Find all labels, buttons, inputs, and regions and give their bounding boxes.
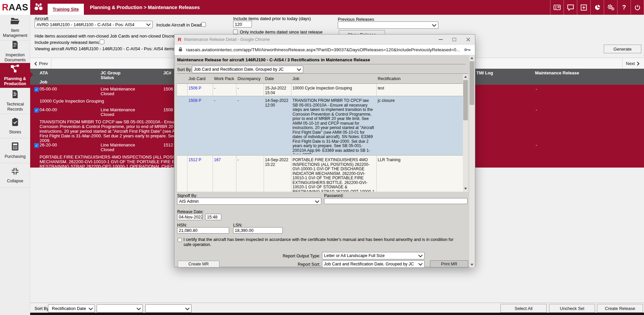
job-card-link[interactable]: 1508 P xyxy=(187,99,213,103)
uncheck-sel-button[interactable]: Uncheck Sel xyxy=(549,304,595,313)
maximize-button[interactable] xyxy=(447,35,461,45)
col-maintenance-release: Maintenance Release xyxy=(535,70,579,75)
cell-work-pack: - xyxy=(213,99,236,103)
tab-training-site[interactable]: Training Site xyxy=(48,4,84,15)
lsn-input[interactable]: 18,390.00 xyxy=(233,227,283,234)
row-checkbox[interactable]: ✓ xyxy=(34,87,39,92)
include-dead-checkbox[interactable] xyxy=(201,22,206,27)
work-pack-link[interactable]: 167 xyxy=(213,158,236,163)
top-icon-strip: ? xyxy=(550,0,644,15)
scrollbar-thumb[interactable] xyxy=(470,61,474,105)
prev-button[interactable]: Prev xyxy=(30,58,51,69)
create-release-button[interactable]: Create Release xyxy=(597,304,643,313)
cell-ata: 04-00-00 xyxy=(40,107,57,112)
rectification-row[interactable]: 1508 P - - 14-Sep-202212:00 TRANSITION F… xyxy=(177,96,463,155)
dialog-sort-by-label: Sort By: xyxy=(177,67,192,72)
bottom-sort-select[interactable]: Rectification Date xyxy=(48,304,95,313)
cell-rectification: LLR Training xyxy=(376,158,462,163)
sidebar-item-label: Stores xyxy=(9,130,21,135)
signoff-by-select[interactable]: AIS Admin xyxy=(177,198,321,205)
raas-logo[interactable]: RAAS xyxy=(0,0,30,15)
rectification-row[interactable]: 1506 P - - 15-Jul-202215:04 10000 Cycle … xyxy=(177,84,463,96)
help-icon[interactable]: ? xyxy=(617,0,631,15)
cell-job: PORTABLE FIRE EXTINGUISHERS 4MO INSPECTI… xyxy=(291,158,376,192)
dialog-heading: Maintenance Release for aircraft 146RJ10… xyxy=(177,57,370,62)
include-previously-label: Include previously released items xyxy=(35,40,99,45)
address-bar[interactable]: raasais.aviationintertec.com/app/TMI/Air… xyxy=(174,45,475,55)
add-square-icon[interactable] xyxy=(577,0,590,15)
settings-gears-icon[interactable] xyxy=(604,0,617,15)
raas-logo-text: RAAS xyxy=(2,2,29,13)
job-card-link[interactable]: 1512 P xyxy=(187,158,213,163)
select-all-button[interactable]: Select All xyxy=(500,304,547,313)
job-card-link[interactable]: 1506 P xyxy=(187,86,213,91)
close-button[interactable] xyxy=(461,35,475,45)
create-mr-button[interactable]: Create MR xyxy=(178,261,219,267)
sidebar-item-item-management[interactable]: Item Management xyxy=(0,15,30,41)
chrome-favicon-r-icon: R xyxy=(178,37,181,42)
next-button[interactable]: Next xyxy=(622,58,644,69)
cell-ata: 26-20-00 xyxy=(40,142,57,147)
scroll-down-icon[interactable] xyxy=(469,262,475,267)
top-bar: RAAS Training Site Planning & Production… xyxy=(0,0,644,15)
breadcrumb: Planning & Production > Maintenance Rele… xyxy=(90,5,200,10)
print-mr-button[interactable]: Print MR xyxy=(430,260,468,267)
generate-button[interactable]: Generate xyxy=(604,45,641,53)
pie-chart-icon[interactable] xyxy=(590,0,604,15)
table-scrollbar[interactable] xyxy=(463,74,468,191)
sidebar-item-purchasing[interactable]: Purchasing xyxy=(0,138,30,163)
certify-text: I certify that the aircraft has been ins… xyxy=(183,237,461,247)
col-jc-group: JC Group xyxy=(101,70,120,75)
aircraft-select[interactable]: AVRO 146RJ100 - 146RJ100 - C-AIS4 - Pos:… xyxy=(35,21,153,28)
lock-icon xyxy=(178,47,182,53)
cell-jc-group: Line Maintenance xyxy=(101,86,135,91)
sidebar-item-collapse[interactable]: Collapse xyxy=(0,163,30,188)
since-last-release-checkbox[interactable] xyxy=(233,29,238,34)
row-checkbox[interactable]: ✓ xyxy=(34,108,39,113)
release-date-input[interactable]: 04-Nov-2022 xyxy=(177,214,203,220)
cell-discrepancy: - xyxy=(236,86,264,91)
scrollbar-thumb[interactable] xyxy=(463,80,468,120)
sidebar-item-inspection-documents[interactable]: Inspection Documents xyxy=(0,41,30,63)
sidebar-item-label: Item Management xyxy=(0,28,30,38)
chat-icon[interactable] xyxy=(564,0,577,15)
scroll-down-icon[interactable] xyxy=(463,186,468,191)
days-prior-label: Include items dated prior to today (days… xyxy=(233,16,311,21)
release-time-input[interactable]: 15:48 xyxy=(205,214,221,220)
report-output-type-select[interactable]: Letter or A4 Landscape Full Size xyxy=(322,252,425,259)
scroll-up-icon[interactable] xyxy=(469,55,475,61)
cell-jc-group: Line Maintenance xyxy=(101,107,135,112)
sidebar-item-technical-records[interactable]: Technical Records xyxy=(0,88,30,114)
report-sort-select[interactable]: Job Card and Rectification Date, Grouped… xyxy=(322,260,425,268)
previous-releases-label: Previous Releases xyxy=(338,17,374,22)
id-card-icon[interactable] xyxy=(550,0,564,15)
cell-rectification: jc closure xyxy=(376,99,462,103)
row-checkbox[interactable]: ✓ xyxy=(34,143,39,148)
binoculars-icon[interactable] xyxy=(34,3,43,12)
rectification-row[interactable]: 1512 P 167 - 14-Sep-202215:22 PORTABLE F… xyxy=(177,155,463,192)
bottom-sort-select-3[interactable] xyxy=(145,304,192,313)
power-icon[interactable] xyxy=(631,0,644,15)
cell-job: 10000 Cycle Inspection Grouping xyxy=(291,86,376,91)
col-discrepancy: Discrepancy xyxy=(237,76,261,81)
hsn-input[interactable]: 21,080.80 xyxy=(177,227,229,234)
rectifications-table-header: Job Card Work Pack Discrepancy Date Job … xyxy=(177,74,468,84)
bottom-sort-select-2[interactable] xyxy=(97,304,143,313)
col-jc-no: JC# xyxy=(163,70,171,75)
previous-releases-select[interactable] xyxy=(338,21,438,29)
include-previously-checkbox[interactable] xyxy=(100,40,104,44)
password-input[interactable] xyxy=(324,198,468,204)
window-title-bar[interactable]: R Maintenance Release Detail - Google Ch… xyxy=(174,35,475,45)
window-title: Maintenance Release Detail - Google Chro… xyxy=(184,37,270,42)
certify-checkbox[interactable] xyxy=(178,238,182,242)
minimize-button[interactable] xyxy=(434,35,447,45)
include-dead-label: Include Aircraft in Dead xyxy=(156,22,201,27)
key-icon[interactable] xyxy=(464,47,471,53)
folder-icon xyxy=(10,17,20,26)
dialog-sort-select[interactable]: Job Card and Rectification Date, Grouped… xyxy=(192,66,303,73)
dialog-scrollbar[interactable] xyxy=(469,55,475,267)
days-prior-input[interactable]: 120 xyxy=(233,21,252,27)
sidebar-item-stores[interactable]: Stores xyxy=(0,114,30,138)
scroll-up-icon[interactable] xyxy=(463,74,468,79)
sidebar-item-planning-production[interactable]: Planning & Production xyxy=(0,63,30,88)
